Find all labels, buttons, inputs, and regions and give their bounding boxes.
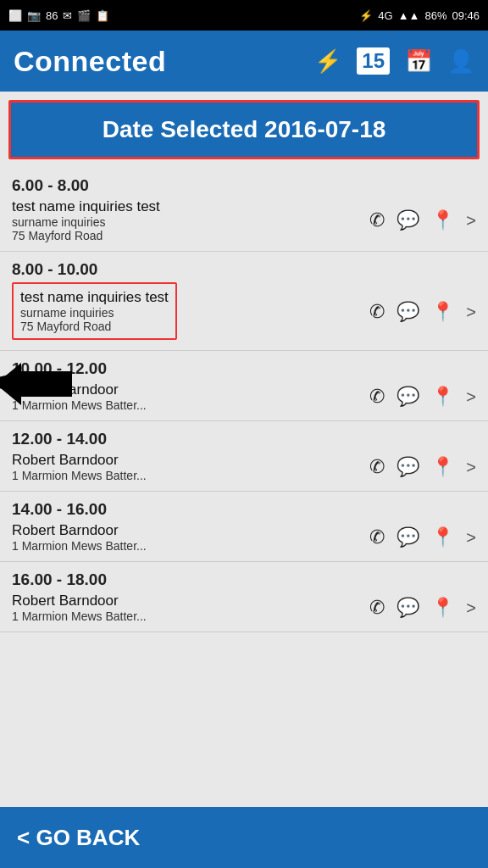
chevron-right-icon[interactable]: > — [466, 211, 476, 231]
item-info: Robert Barndoor 1 Marmion Mews Batter... — [12, 522, 369, 553]
chevron-right-icon[interactable]: > — [466, 528, 476, 548]
date-selected-text: Date Selected 2016-07-18 — [103, 116, 386, 142]
item-row: Robert Barndoor 1 Marmion Mews Batter...… — [12, 381, 476, 412]
item-actions: ✆ 💬 📍 > — [369, 209, 476, 231]
chevron-right-icon[interactable]: > — [466, 458, 476, 477]
item-info: Robert Barndoor 1 Marmion Mews Batter... — [12, 452, 369, 482]
time-slot: 14.00 - 16.00 — [12, 500, 476, 519]
list-item: 6.00 - 8.00 test name inquiries test sur… — [0, 168, 488, 252]
footer-bar: < GO BACK — [0, 807, 488, 868]
item-address: 1 Marmion Mews Batter... — [12, 539, 369, 553]
item-row: test name inquiries test surname inquiri… — [12, 198, 476, 242]
message-icon[interactable]: 💬 — [396, 301, 419, 323]
list-item: 12.00 - 14.00 Robert Barndoor 1 Marmion … — [0, 421, 488, 492]
item-actions: ✆ 💬 📍 > — [369, 597, 476, 619]
item-name: test name inquiries test — [20, 289, 169, 306]
message-icon[interactable]: 💬 — [396, 526, 419, 548]
status-icon-4: ✉ — [63, 9, 72, 22]
bluetooth-icon: ⚡ — [359, 9, 373, 22]
phone-icon[interactable]: ✆ — [369, 386, 385, 408]
list-item: 14.00 - 16.00 Robert Barndoor 1 Marmion … — [0, 492, 488, 562]
highlighted-item: test name inquiries test surname inquiri… — [12, 282, 177, 340]
clock: 09:46 — [452, 9, 480, 22]
location-icon[interactable]: 📍 — [431, 209, 454, 231]
go-back-button[interactable]: < GO BACK — [17, 825, 140, 851]
status-bar: ⬜ 📷 86 ✉ 🎬 📋 ⚡ 4G ▲▲ 86% 09:46 — [0, 0, 488, 31]
item-actions: ✆ 💬 📍 > — [369, 526, 476, 548]
item-name: Robert Barndoor — [12, 522, 369, 539]
item-actions: ✆ 💬 📍 > — [369, 456, 476, 478]
location-icon[interactable]: 📍 — [431, 526, 454, 548]
item-row: Robert Barndoor 1 Marmion Mews Batter...… — [12, 452, 476, 482]
header-icons: ⚡ 15 📅 👤 — [314, 47, 474, 75]
calendar-grid-icon[interactable]: 📅 — [405, 48, 432, 75]
item-name: Robert Barndoor — [12, 381, 369, 398]
item-sub: surname inquiries — [20, 306, 169, 320]
location-icon[interactable]: 📍 — [431, 456, 454, 478]
item-name: test name inquiries test — [12, 198, 369, 215]
location-icon[interactable]: 📍 — [431, 301, 454, 323]
item-actions: ✆ 💬 📍 > — [369, 301, 476, 323]
list-item: 8.00 - 10.00 test name inquiries test su… — [0, 252, 488, 351]
item-row: test name inquiries test surname inquiri… — [12, 282, 476, 342]
battery-level: 86% — [424, 9, 446, 22]
status-icon-1: ⬜ — [8, 9, 22, 22]
item-address: 75 Mayford Road — [20, 320, 169, 333]
item-info: Robert Barndoor 1 Marmion Mews Batter... — [12, 593, 369, 623]
list-item: 16.00 - 18.00 Robert Barndoor 1 Marmion … — [0, 562, 488, 632]
phone-icon[interactable]: ✆ — [369, 456, 385, 478]
time-slot: 8.00 - 10.00 — [12, 260, 476, 279]
message-icon[interactable]: 💬 — [396, 456, 419, 478]
item-info: test name inquiries test surname inquiri… — [12, 282, 369, 342]
item-address: 75 Mayford Road — [12, 229, 369, 242]
item-sub: surname inquiries — [12, 215, 369, 229]
phone-icon[interactable]: ✆ — [369, 301, 385, 323]
message-icon[interactable]: 💬 — [396, 386, 419, 408]
date-selected-banner[interactable]: Date Selected 2016-07-18 — [8, 100, 480, 159]
message-icon[interactable]: 💬 — [396, 597, 419, 619]
signal-icon: ▲▲ — [398, 9, 420, 22]
status-icon-3: 86 — [46, 9, 58, 22]
item-info: Robert Barndoor 1 Marmion Mews Batter... — [12, 381, 369, 412]
item-actions: ✆ 💬 📍 > — [369, 386, 476, 408]
time-slot: 16.00 - 18.00 — [12, 570, 476, 589]
item-row: Robert Barndoor 1 Marmion Mews Batter...… — [12, 522, 476, 553]
appointments-list: 6.00 - 8.00 test name inquiries test sur… — [0, 168, 488, 807]
item-address: 1 Marmion Mews Batter... — [12, 609, 369, 623]
status-icon-6: 📋 — [96, 9, 109, 22]
chevron-right-icon[interactable]: > — [466, 303, 476, 322]
message-icon[interactable]: 💬 — [396, 209, 419, 231]
item-name: Robert Barndoor — [12, 593, 369, 609]
item-address: 1 Marmion Mews Batter... — [12, 469, 369, 482]
phone-icon[interactable]: ✆ — [369, 209, 385, 231]
location-icon[interactable]: 📍 — [431, 597, 454, 619]
chevron-right-icon[interactable]: > — [466, 387, 476, 407]
network-type: 4G — [378, 9, 392, 22]
calendar-15-icon[interactable]: 15 — [357, 47, 390, 75]
annotation-arrow: ▶ — [0, 364, 25, 408]
chevron-right-icon[interactable]: > — [466, 598, 476, 618]
location-icon[interactable]: 📍 — [431, 386, 454, 408]
item-address: 1 Marmion Mews Batter... — [12, 398, 369, 412]
lightning-icon[interactable]: ⚡ — [314, 48, 341, 75]
phone-icon[interactable]: ✆ — [369, 526, 385, 548]
app-header: Connected ⚡ 15 📅 👤 — [0, 31, 488, 92]
item-info: test name inquiries test surname inquiri… — [12, 198, 369, 242]
status-bar-left: ⬜ 📷 86 ✉ 🎬 📋 — [8, 9, 109, 22]
phone-icon[interactable]: ✆ — [369, 597, 385, 619]
time-slot: 10.00 - 12.00 — [12, 359, 476, 378]
status-icon-2: 📷 — [27, 9, 41, 22]
item-row: Robert Barndoor 1 Marmion Mews Batter...… — [12, 593, 476, 623]
time-slot: 12.00 - 14.00 — [12, 430, 476, 448]
user-icon[interactable]: 👤 — [447, 48, 474, 75]
status-icon-5: 🎬 — [77, 9, 91, 22]
status-bar-right: ⚡ 4G ▲▲ 86% 09:46 — [359, 9, 480, 22]
time-slot: 6.00 - 8.00 — [12, 176, 476, 195]
item-name: Robert Barndoor — [12, 452, 369, 469]
app-title: Connected — [14, 45, 166, 78]
list-item: 10.00 - 12.00 Robert Barndoor 1 Marmion … — [0, 351, 488, 421]
